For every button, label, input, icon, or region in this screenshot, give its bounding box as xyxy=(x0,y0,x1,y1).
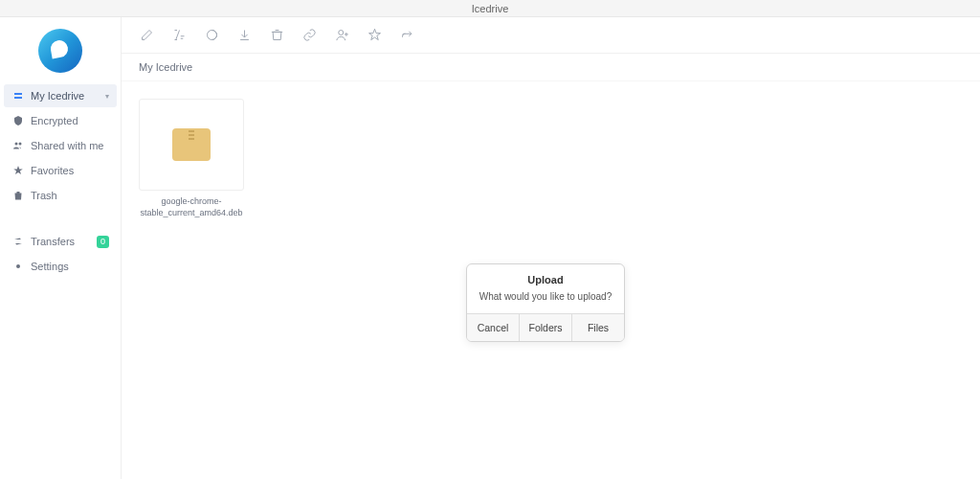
sidebar-item-trash[interactable]: Trash xyxy=(4,184,117,207)
file-name-label: google-chrome-stable_current_amd64.deb xyxy=(139,196,244,218)
breadcrumb-path: My Icedrive xyxy=(139,61,192,73)
sidebar-item-label: Shared with me xyxy=(31,140,103,151)
shield-icon xyxy=(11,114,25,127)
sidebar-item-label: Trash xyxy=(31,190,57,201)
sidebar-item-transfers[interactable]: Transfers 0 xyxy=(4,230,117,253)
cancel-button[interactable]: Cancel xyxy=(467,314,519,341)
dialog-button-row: Cancel Folders Files xyxy=(467,313,624,341)
sidebar-item-label: Favorites xyxy=(31,165,74,176)
trash-icon xyxy=(11,189,25,202)
file-grid: google-chrome-stable_current_amd64.deb U… xyxy=(122,81,980,479)
files-button[interactable]: Files xyxy=(571,314,624,341)
logo-area xyxy=(0,17,121,84)
color-icon[interactable] xyxy=(204,28,219,43)
main-area: My Icedrive google-chrome-stable_current… xyxy=(122,17,980,479)
window-titlebar: Icedrive xyxy=(0,0,980,17)
toolbar xyxy=(122,17,980,54)
sidebar-item-label: Transfers xyxy=(31,236,75,247)
dialog-message: What would you like to upload? xyxy=(475,291,616,302)
star-icon xyxy=(11,164,25,177)
drive-icon xyxy=(11,89,25,103)
dialog-title: Upload xyxy=(475,274,616,285)
sidebar: My Icedrive ▾ Encrypted Shared with me F… xyxy=(0,17,122,479)
gear-icon xyxy=(11,260,25,273)
file-thumbnail xyxy=(139,99,244,191)
app-logo-icon xyxy=(38,29,82,73)
svg-point-1 xyxy=(338,31,343,35)
sidebar-item-encrypted[interactable]: Encrypted xyxy=(4,109,117,132)
rename-icon[interactable] xyxy=(171,28,187,43)
share-icon[interactable] xyxy=(399,28,414,43)
people-icon xyxy=(11,139,25,152)
add-user-icon[interactable] xyxy=(334,28,349,43)
sidebar-item-favorites[interactable]: Favorites xyxy=(4,159,117,182)
folders-button[interactable]: Folders xyxy=(519,314,571,341)
sidebar-item-my-icedrive[interactable]: My Icedrive ▾ xyxy=(4,84,117,107)
chevron-down-icon: ▾ xyxy=(105,92,109,101)
transfers-icon xyxy=(11,235,25,248)
sidebar-item-label: Settings xyxy=(31,261,69,272)
sidebar-item-settings[interactable]: Settings xyxy=(4,255,117,278)
delete-icon[interactable] xyxy=(269,28,284,43)
breadcrumb[interactable]: My Icedrive xyxy=(122,54,980,81)
window-title: Icedrive xyxy=(472,3,509,14)
sidebar-nav: My Icedrive ▾ Encrypted Shared with me F… xyxy=(0,84,121,280)
file-item[interactable]: google-chrome-stable_current_amd64.deb xyxy=(139,99,244,218)
sidebar-item-label: My Icedrive xyxy=(31,90,84,102)
download-icon[interactable] xyxy=(236,28,252,43)
sidebar-item-shared[interactable]: Shared with me xyxy=(4,134,117,157)
archive-icon xyxy=(172,128,211,161)
upload-dialog: Upload What would you like to upload? Ca… xyxy=(466,263,625,342)
sidebar-item-label: Encrypted xyxy=(31,115,78,126)
favorite-icon[interactable] xyxy=(367,28,382,43)
transfers-badge: 0 xyxy=(97,236,109,248)
edit-icon[interactable] xyxy=(139,28,154,43)
link-icon[interactable] xyxy=(301,28,317,43)
